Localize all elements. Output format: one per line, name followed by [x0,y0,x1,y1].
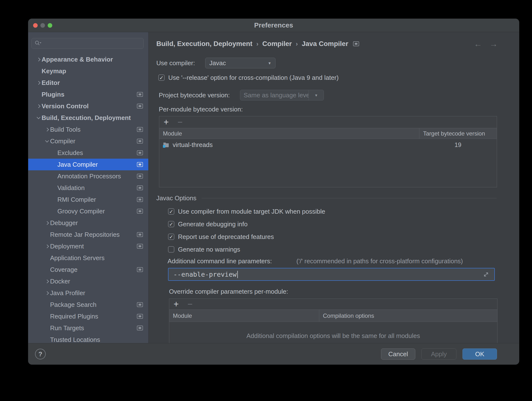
screen-icon [137,185,143,190]
cmdline-input[interactable]: --enable-preview [168,268,495,281]
add-override-button[interactable]: + [174,300,179,309]
chevron-right-icon[interactable] [44,245,50,248]
column-header-compilation-options[interactable]: Compilation options [319,310,497,322]
sidebar-item-java-profiler[interactable]: Java Profiler [28,287,148,299]
sidebar-item-java-compiler[interactable]: Java Compiler [28,159,148,170]
chevron-down-icon[interactable] [35,117,42,119]
screen-icon [137,244,143,249]
chevron-right-icon[interactable] [35,82,42,84]
javac-option-checkbox[interactable]: ✓ [168,221,174,227]
expand-field-icon[interactable] [483,271,489,278]
javac-option-checkbox[interactable]: ✓ [168,234,174,240]
ok-button[interactable]: OK [462,348,497,360]
add-module-button[interactable]: + [164,118,169,127]
screen-icon [137,92,143,97]
breadcrumb-item[interactable]: Java Compiler [302,40,348,48]
sidebar-item-editor[interactable]: Editor [28,77,148,89]
sidebar-item-groovy-compiler[interactable]: Groovy Compiler [28,205,148,217]
chevron-down-icon[interactable]: ▼ [309,90,324,100]
help-button[interactable]: ? [35,349,46,359]
search-icon [35,40,41,47]
chevron-down-icon[interactable] [44,140,50,143]
sidebar-item-annotation-processors[interactable]: Annotation Processors [28,170,148,182]
window-title: Preferences [254,21,293,29]
sidebar-item-label: Excludes [57,149,83,157]
sidebar-item-compiler[interactable]: Compiler [28,135,148,147]
sidebar-item-excludes[interactable]: Excludes [28,147,148,159]
sidebar-item-build-tools[interactable]: Build Tools [28,124,148,135]
sidebar-item-appearance-behavior[interactable]: Appearance & Behavior [28,54,148,65]
back-arrow-icon[interactable]: ← [474,39,482,49]
remove-module-button[interactable]: − [177,118,183,127]
cmdline-label: Additional command line parameters: [168,255,272,267]
chevron-right-icon[interactable] [44,222,50,224]
target-bytecode-value[interactable]: 19 [419,141,497,148]
settings-content: Build, Execution, Deployment›Compiler›Ja… [149,32,519,343]
sidebar-item-run-targets[interactable]: Run Targets [28,322,148,334]
override-header: Module Compilation options [169,310,497,322]
table-row[interactable]: virtual-threads19 [159,139,497,151]
sidebar-item-deployment[interactable]: Deployment [28,240,148,252]
screen-icon [353,41,359,46]
sidebar-item-label: Debugger [50,219,78,227]
screen-icon [137,150,143,155]
sidebar-item-rmi-compiler[interactable]: RMI Compiler [28,194,148,205]
sidebar-item-trusted-locations[interactable]: Trusted Locations [28,334,148,343]
javac-option-row: ✓Report use of deprecated features [168,231,274,242]
sidebar-item-plugins[interactable]: Plugins [28,89,148,100]
screen-icon [137,162,143,167]
override-toolbar: + − [169,299,497,310]
remove-override-button[interactable]: − [187,300,193,309]
sidebar-item-label: Run Targets [50,324,84,332]
sidebar-item-label: Plugins [42,91,64,98]
column-header-module[interactable]: Module [159,128,419,139]
sidebar-item-keymap[interactable]: Keymap [28,65,148,77]
sidebar-item-required-plugins[interactable]: Required Plugins [28,310,148,322]
zoom-window-icon[interactable] [48,23,52,28]
column-header-target-version[interactable]: Target bytecode version [419,128,497,139]
chevron-right-icon[interactable] [35,105,42,108]
chevron-right-icon[interactable] [35,58,42,61]
sidebar-item-docker[interactable]: Docker [28,275,148,287]
minimize-window-icon[interactable] [40,23,45,28]
apply-button[interactable]: Apply [421,348,456,360]
sidebar-item-label: Compiler [50,137,75,145]
javac-option-checkbox[interactable]: ✓ [168,208,174,215]
close-window-icon[interactable] [33,23,38,28]
forward-arrow-icon[interactable]: → [489,39,498,49]
preferences-window: Preferences Appearance & BehaviorKeymapE… [28,18,519,365]
chevron-right-icon[interactable] [44,128,50,131]
cmdline-hint: ('/' recommended in paths for cross-plat… [296,255,463,267]
sidebar-item-validation[interactable]: Validation [28,182,148,194]
sidebar-item-label: Java Compiler [57,161,98,168]
sidebar-item-package-search[interactable]: Package Search [28,299,148,310]
use-compiler-dropdown[interactable]: Javac ▼ [205,58,275,68]
project-bytecode-combo[interactable]: Same as language level ▼ [240,90,324,100]
breadcrumb-separator: › [256,40,258,48]
sidebar-item-application-servers[interactable]: Application Servers [28,252,148,264]
sidebar-item-version-control[interactable]: Version Control [28,100,148,112]
chevron-right-icon[interactable] [44,292,50,294]
release-option-checkbox[interactable]: ✓ [158,74,165,81]
breadcrumb-item[interactable]: Build, Execution, Deployment [156,40,252,48]
sidebar-item-label: Trusted Locations [50,336,100,343]
release-option-label: Use '--release' option for cross-compila… [168,74,339,82]
dialog-footer: ? Cancel Apply OK [28,343,519,365]
sidebar-item-label: Coverage [50,266,78,273]
cancel-button[interactable]: Cancel [381,348,415,360]
screen-icon [137,139,143,144]
override-empty-message: Additional compilation options will be t… [169,322,497,340]
sidebar-item-label: Version Control [42,102,89,110]
sidebar-item-coverage[interactable]: Coverage [28,264,148,275]
javac-option-checkbox[interactable] [168,246,174,253]
search-input[interactable] [43,40,136,47]
sidebar-item-build-execution-deployment[interactable]: Build, Execution, Deployment [28,112,148,124]
sidebar-item-label: Deployment [50,243,84,250]
chevron-right-icon[interactable] [44,280,50,283]
sidebar-item-remote-jar-repositories[interactable]: Remote Jar Repositories [28,229,148,240]
sidebar-search[interactable] [31,38,144,49]
sidebar-item-debugger[interactable]: Debugger [28,217,148,229]
column-header-module[interactable]: Module [169,310,319,322]
sidebar-item-label: RMI Compiler [57,196,96,203]
breadcrumb-item[interactable]: Compiler [262,40,292,48]
